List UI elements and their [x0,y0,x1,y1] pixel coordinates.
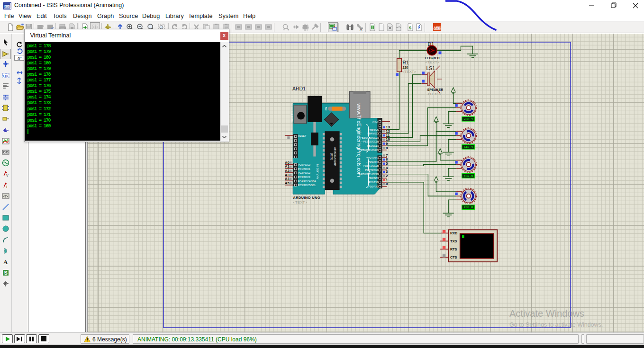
svg-text:<TEXT>: <TEXT> [427,92,441,96]
svg-text:SPEAKER: SPEAKER [427,88,443,91]
svg-text:Reset BTN: Reset BTN [290,111,293,121]
svg-text:PD7/AIN1: PD7/AIN1 [368,156,378,159]
svg-text:I: I [6,185,7,188]
svg-text:www.TheEngineeringProjects.com: www.TheEngineeringProjects.com [356,103,361,177]
svg-text:PC5/ADC5/SCL: PC5/ADC5/SCL [298,184,316,187]
svg-text:11: 11 [386,133,390,137]
svg-text:PB0/ICP1/CLKO: PB0/ICP1/CLKO [361,148,379,151]
svg-text:+42.1: +42.1 [463,145,473,149]
svg-text:CTS: CTS [450,255,457,259]
svg-text:-50.1: -50.1 [463,117,473,121]
svg-text:+32.9: +32.9 [463,174,473,178]
svg-text:4: 4 [386,165,388,170]
svg-text:PC2/ADC2: PC2/ADC2 [298,171,310,174]
svg-text:6: 6 [386,157,388,161]
svg-text:~ PB1/OC1A: ~ PB1/OC1A [365,144,379,147]
svg-text:PC0/ADC0: PC0/ADC0 [298,163,310,166]
svg-text:PB4/MISO: PB4/MISO [367,132,379,135]
svg-text:V: V [6,174,9,177]
svg-text:RTS: RTS [450,247,457,251]
svg-text:PD4/T0/XCK: PD4/T0/XCK [365,168,379,171]
svg-text:2: 2 [386,174,388,178]
svg-text:R1: R1 [402,59,409,65]
svg-text:(1121): (1121) [330,153,333,160]
svg-text:A: A [360,27,363,31]
svg-text:~ PD5/T1/OC0B: ~ PD5/T1/OC0B [361,164,379,167]
svg-text:TXD: TXD [450,239,457,243]
svg-text:ATMEGA328P: ATMEGA328P [333,147,336,166]
svg-text:$: $ [409,26,411,30]
svg-text:PC4/ADC4/SDA: PC4/ADC4/SDA [298,179,316,182]
svg-text:~ PB2/SS/OC1B: ~ PB2/SS/OC1B [361,140,379,143]
svg-text:A5: A5 [285,181,290,185]
svg-text:~ PD3/INT1/OC2B: ~ PD3/INT1/OC2B [359,172,379,175]
svg-text:PC3/ADC3: PC3/ADC3 [298,176,310,178]
svg-text:AREF: AREF [372,120,378,123]
svg-text:RXD: RXD [450,231,457,235]
svg-text:220: 220 [402,65,408,69]
svg-text:ANALOG IN: ANALOG IN [316,164,318,179]
svg-text:PB5/SCK: PB5/SCK [368,128,379,131]
svg-text:A0: A0 [285,160,290,164]
svg-text:<TEXT>: <TEXT> [293,200,307,205]
svg-text:PD1/TXD: PD1/TXD [368,180,379,183]
svg-text:LED-RED: LED-RED [425,56,439,59]
svg-text:LBL: LBL [3,74,9,77]
svg-text:<TEXT>: <TEXT> [402,69,416,73]
svg-text:<TEXT>: <TEXT> [425,60,439,64]
svg-text:0: 0 [386,182,388,186]
svg-text:ARD1: ARD1 [292,85,306,91]
svg-text:ISIS: ISIS [4,4,10,9]
svg-text:PD2/INT0: PD2/INT0 [368,177,379,179]
svg-text:9: 9 [386,141,388,145]
svg-text:+90.0: +90.0 [463,205,473,209]
svg-text:S: S [4,270,8,276]
svg-text:RESET: RESET [298,134,307,137]
svg-text:PC1/ADC1: PC1/ADC1 [298,167,310,170]
svg-text:8: 8 [386,145,388,150]
svg-text:~ PD6/AIN0: ~ PD6/AIN0 [366,160,379,163]
svg-text:ON: ON [325,107,327,110]
svg-text:ARES: ARES [434,26,441,30]
svg-text:PD0/RXD: PD0/RXD [368,185,379,187]
svg-text:A4: A4 [285,177,290,181]
svg-text:LS1: LS1 [426,65,435,71]
svg-text:ARDUINO UNO: ARDUINO UNO [293,195,320,199]
svg-text:A2: A2 [285,169,290,173]
svg-text:A: A [3,259,8,266]
